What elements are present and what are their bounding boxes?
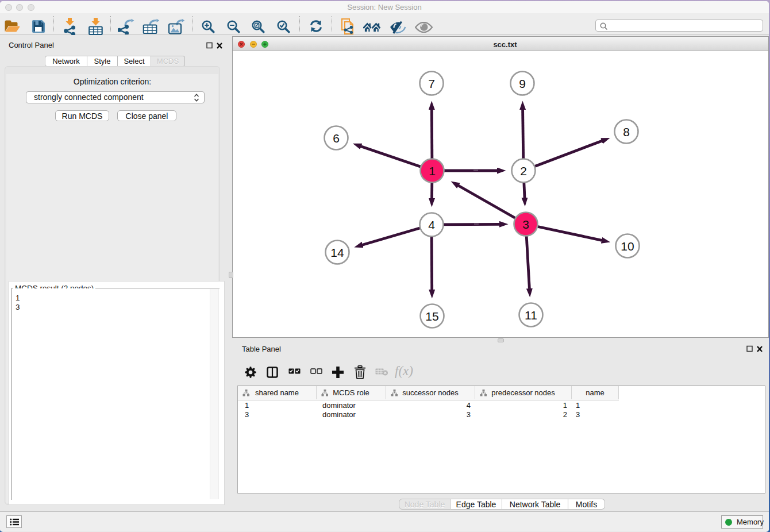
svg-text:11: 11 bbox=[525, 309, 537, 322]
svg-text:14: 14 bbox=[330, 246, 344, 259]
svg-text:4: 4 bbox=[428, 218, 435, 232]
svg-text:7: 7 bbox=[428, 77, 435, 90]
svg-text:10: 10 bbox=[621, 240, 634, 253]
svg-text:1: 1 bbox=[429, 164, 436, 178]
svg-text:8: 8 bbox=[623, 125, 630, 138]
svg-text:2: 2 bbox=[520, 164, 527, 178]
svg-text:9: 9 bbox=[519, 77, 526, 90]
svg-text:6: 6 bbox=[333, 132, 340, 145]
svg-text:3: 3 bbox=[522, 218, 529, 231]
svg-text:15: 15 bbox=[425, 310, 438, 323]
